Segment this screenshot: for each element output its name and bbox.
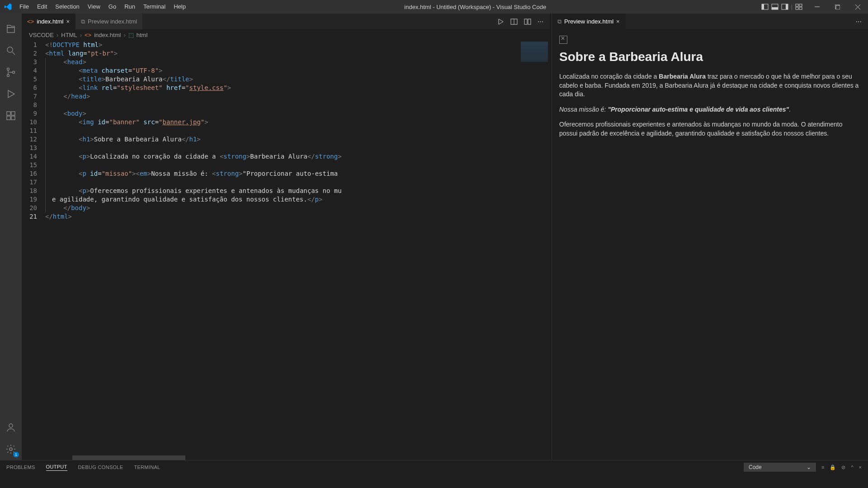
tab-preview-right[interactable]: ⧉ Preview index.html × — [552, 14, 626, 29]
breadcrumb[interactable]: VSCODE› HTML› <> index.html› ⬚ html — [22, 29, 550, 41]
more-actions-icon[interactable]: ··· — [856, 18, 862, 26]
horizontal-scrollbar[interactable] — [72, 455, 185, 460]
svg-rect-6 — [796, 4, 798, 6]
clear-icon[interactable]: ⊘ — [841, 465, 845, 470]
more-actions-icon[interactable]: ··· — [538, 18, 543, 26]
menu-file[interactable]: File — [16, 0, 33, 14]
explorer-icon[interactable] — [0, 18, 22, 40]
breadcrumb-seg[interactable]: HTML — [61, 32, 77, 38]
settings-gear-icon[interactable]: 1 — [0, 438, 22, 460]
svg-rect-8 — [796, 7, 798, 9]
vscode-logo-icon — [0, 3, 16, 11]
tab-index-html[interactable]: <> index.html × — [22, 14, 75, 29]
svg-point-25 — [9, 448, 12, 450]
close-button[interactable] — [848, 0, 868, 14]
filter-icon[interactable]: ≡ — [821, 465, 824, 470]
line-gutter: 123456789101112131415161718192021 — [22, 41, 45, 460]
preview-paragraph: Oferecemos profissionais experientes e a… — [559, 120, 861, 138]
bottom-panel: PROBLEMS OUTPUT DEBUG CONSOLE TERMINAL C… — [0, 460, 868, 488]
search-icon[interactable] — [0, 40, 22, 61]
menu-help[interactable]: Help — [170, 0, 189, 14]
html-file-icon: <> — [85, 32, 91, 38]
split-preview-icon[interactable] — [510, 18, 518, 25]
svg-point-18 — [7, 75, 9, 77]
breadcrumb-seg[interactable]: html — [137, 32, 148, 38]
source-control-icon[interactable] — [0, 61, 22, 83]
symbol-icon: ⬚ — [128, 32, 134, 38]
code-area[interactable]: <!DOCTYPE html> <html lang="pt-br"> <hea… — [45, 41, 550, 460]
panel-tab-terminal[interactable]: TERMINAL — [134, 465, 160, 470]
layout-left-icon[interactable] — [761, 3, 769, 10]
menu-go[interactable]: Go — [105, 0, 120, 14]
chevron-down-icon: ⌄ — [807, 464, 811, 470]
activity-bar: 1 — [0, 14, 22, 460]
panel-close-icon[interactable]: × — [859, 465, 862, 470]
menu-terminal[interactable]: Terminal — [140, 0, 169, 14]
maximize-button[interactable] — [827, 0, 848, 14]
svg-rect-22 — [11, 116, 15, 120]
preview-paragraph: Localizada no coração da cidade a Barbea… — [559, 72, 861, 99]
svg-rect-28 — [524, 19, 527, 24]
run-icon[interactable] — [497, 18, 504, 25]
svg-rect-23 — [11, 112, 15, 115]
code-editor[interactable]: 123456789101112131415161718192021 <!DOCT… — [22, 41, 550, 460]
minimap[interactable] — [514, 41, 550, 460]
accounts-icon[interactable] — [0, 417, 22, 438]
menu-edit[interactable]: Edit — [33, 0, 51, 14]
lock-icon[interactable]: 🔒 — [830, 465, 836, 470]
settings-badge: 1 — [13, 452, 19, 457]
svg-rect-3 — [772, 7, 778, 9]
broken-image-icon — [559, 36, 567, 44]
minimize-button[interactable] — [807, 0, 827, 14]
preview-icon: ⧉ — [81, 18, 85, 25]
svg-rect-5 — [786, 4, 788, 9]
layout-right-icon[interactable] — [781, 3, 788, 10]
html-file-icon: <> — [27, 18, 34, 25]
title-bar: File Edit Selection View Go Run Terminal… — [0, 0, 868, 14]
svg-rect-9 — [799, 7, 802, 9]
preview-paragraph-mission: Nossa missão é: "Proporcionar auto-estim… — [559, 105, 861, 114]
breadcrumb-seg[interactable]: VSCODE — [29, 32, 54, 38]
breadcrumb-seg[interactable]: index.html — [94, 32, 121, 38]
layout-controls: | — [761, 3, 807, 10]
svg-point-19 — [13, 71, 15, 74]
menu-selection[interactable]: Selection — [52, 0, 83, 14]
panel-maximize-icon[interactable]: ^ — [851, 465, 853, 470]
svg-line-16 — [12, 52, 15, 55]
panel-tab-output[interactable]: OUTPUT — [46, 464, 67, 471]
panel-tab-debug-console[interactable]: DEBUG CONSOLE — [78, 465, 123, 470]
preview-content: Sobre a Barbearia Alura Localizada no co… — [552, 29, 868, 151]
menu-view[interactable]: View — [84, 0, 104, 14]
svg-point-15 — [7, 47, 13, 52]
preview-icon: ⧉ — [557, 18, 561, 25]
tab-label: index.html — [37, 18, 63, 25]
run-debug-icon[interactable] — [0, 83, 22, 105]
tab-preview[interactable]: ⧉ Preview index.html — [75, 14, 143, 29]
menu-bar: File Edit Selection View Go Run Terminal… — [16, 0, 189, 14]
svg-point-24 — [9, 424, 13, 427]
svg-rect-7 — [799, 4, 802, 6]
preview-heading: Sobre a Barbearia Alura — [559, 50, 861, 64]
window-controls — [807, 0, 868, 14]
output-channel-dropdown[interactable]: Code⌄ — [744, 463, 816, 472]
svg-rect-20 — [7, 112, 10, 115]
layout-bottom-icon[interactable] — [771, 3, 778, 10]
svg-rect-21 — [7, 116, 10, 120]
menu-run[interactable]: Run — [121, 0, 139, 14]
svg-rect-29 — [528, 19, 531, 24]
svg-point-17 — [7, 68, 9, 70]
tab-close-icon[interactable]: × — [616, 18, 620, 25]
split-editor-icon[interactable] — [524, 18, 531, 25]
tab-label: Preview index.html — [564, 18, 613, 25]
customize-layout-icon[interactable] — [795, 3, 802, 10]
svg-rect-1 — [762, 4, 764, 9]
preview-pane: ⧉ Preview index.html × ··· Sobre a Barbe… — [552, 14, 868, 460]
editor-tabs: <> index.html × ⧉ Preview index.html ··· — [22, 14, 550, 29]
window-title: index.html - Untitled (Workspace) - Visu… — [189, 4, 761, 10]
extensions-icon[interactable] — [0, 105, 22, 127]
tab-label: Preview index.html — [88, 18, 137, 25]
tab-close-icon[interactable]: × — [66, 18, 70, 25]
panel-tab-problems[interactable]: PROBLEMS — [6, 465, 35, 470]
svg-rect-12 — [836, 5, 840, 9]
